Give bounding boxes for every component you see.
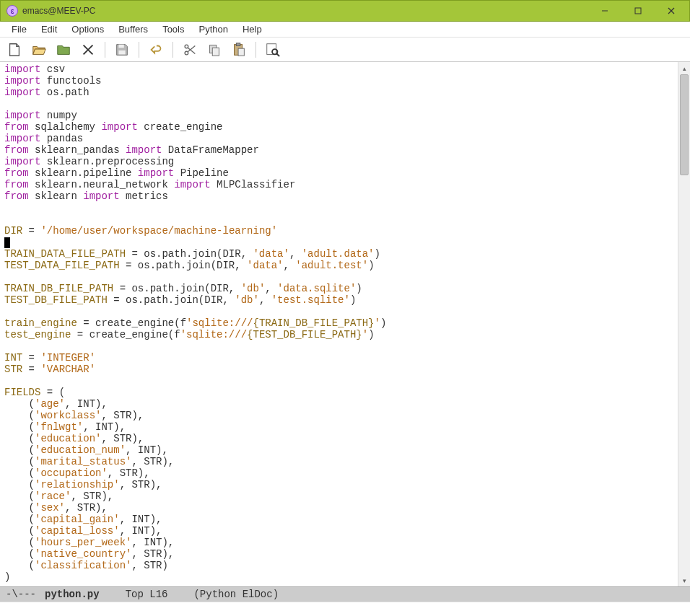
dired-button[interactable] xyxy=(53,40,74,59)
undo-button[interactable] xyxy=(146,40,166,59)
code-text: ( xyxy=(4,444,35,456)
menu-help[interactable]: Help xyxy=(235,22,269,36)
code-text: metrics xyxy=(120,190,168,202)
code-text: DIR xyxy=(4,225,22,237)
code-text: , STR), xyxy=(131,456,174,467)
code-editor[interactable]: import csv import functools import os.pa… xyxy=(0,62,678,586)
code-text: sklearn xyxy=(29,190,84,202)
window-title: emacs@MEEV-PC xyxy=(22,6,588,16)
menu-options[interactable]: Options xyxy=(64,22,111,36)
undo-icon xyxy=(148,42,164,58)
scroll-down-arrow[interactable]: ▾ xyxy=(678,574,690,586)
code-text: DataFrameMapper xyxy=(162,144,258,156)
mode-line[interactable]: -\--- python.py Top L16 (Python ElDoc) xyxy=(0,586,690,602)
modeline-position: Top L16 xyxy=(126,589,168,600)
kill-buffer-button[interactable] xyxy=(78,40,98,59)
code-text: sklearn_pandas xyxy=(29,144,126,156)
code-text: import xyxy=(83,190,119,202)
maximize-button[interactable] xyxy=(621,1,655,21)
code-text: ( xyxy=(4,514,35,525)
code-text: csv xyxy=(40,63,65,75)
code-text: Pipeline xyxy=(174,167,229,179)
copy-button[interactable] xyxy=(204,40,224,59)
toolbar-separator xyxy=(256,42,256,58)
code-text: ' xyxy=(362,329,368,340)
code-text: 'VARCHAR' xyxy=(40,364,95,375)
code-text: 'capital_gain' xyxy=(35,514,120,525)
code-text: import xyxy=(174,179,210,190)
code-text: , xyxy=(284,260,296,271)
code-text: test_engine xyxy=(4,329,71,340)
code-text: 'hours_per_week' xyxy=(35,537,131,548)
paste-button[interactable] xyxy=(229,40,249,59)
code-text: import xyxy=(138,167,174,179)
code-text: 'relationship' xyxy=(35,479,120,490)
search-button[interactable] xyxy=(263,40,283,59)
code-text: 'adult.test' xyxy=(295,260,368,271)
menu-buffers[interactable]: Buffers xyxy=(111,22,155,36)
text-cursor xyxy=(4,237,10,248)
menu-tools[interactable]: Tools xyxy=(155,22,191,36)
cut-button[interactable] xyxy=(180,40,200,59)
code-text: ( xyxy=(4,537,35,548)
scroll-up-arrow[interactable]: ▴ xyxy=(678,62,690,74)
code-text: sklearn.pipeline xyxy=(29,167,138,179)
copy-icon xyxy=(206,42,222,58)
code-text: from xyxy=(4,121,29,133)
code-text: 'sex' xyxy=(35,502,65,514)
toolbar-separator xyxy=(139,42,139,58)
code-text: 'data.sqlite' xyxy=(277,283,356,294)
menu-edit[interactable]: Edit xyxy=(34,22,64,36)
code-text: ( xyxy=(4,490,35,502)
code-text: STR xyxy=(4,364,22,375)
svg-rect-16 xyxy=(238,48,244,56)
code-text: ) xyxy=(368,260,374,271)
code-text: ( xyxy=(4,502,35,514)
new-file-button[interactable] xyxy=(4,40,25,59)
code-text: import xyxy=(4,63,40,75)
save-button[interactable] xyxy=(112,40,132,59)
minimize-icon xyxy=(601,7,608,14)
code-text: ( xyxy=(4,560,35,571)
code-text: = os.path.join(DIR, xyxy=(126,248,253,260)
code-text: FIELDS xyxy=(4,387,40,398)
code-text: create_engine xyxy=(138,121,223,133)
save-icon xyxy=(114,42,130,58)
svg-line-19 xyxy=(277,53,280,56)
code-text: from xyxy=(4,179,29,190)
code-text: from xyxy=(4,190,29,202)
code-text: 'db' xyxy=(235,294,259,306)
code-text: ( xyxy=(4,467,35,479)
close-button[interactable] xyxy=(655,1,688,21)
code-text: , STR), xyxy=(71,490,113,502)
code-text: os.path xyxy=(40,87,89,98)
open-file-button[interactable] xyxy=(29,40,49,59)
minimize-button[interactable] xyxy=(588,1,621,21)
code-text: 'test.sqlite' xyxy=(271,294,350,306)
svg-point-9 xyxy=(185,45,188,48)
svg-rect-6 xyxy=(118,44,123,48)
editor-wrap: import csv import functools import os.pa… xyxy=(0,62,690,586)
code-text: = create_engine(f xyxy=(77,317,186,329)
code-text: ( xyxy=(4,548,35,560)
svg-rect-13 xyxy=(212,48,219,56)
code-text: sklearn.neural_network xyxy=(29,179,175,190)
code-text: train_engine xyxy=(4,317,77,329)
code-text: 'db' xyxy=(241,283,266,294)
code-text: INT xyxy=(4,352,22,364)
code-text: TRAIN_DATA_FILE_PATH xyxy=(4,248,126,260)
toolbar-separator xyxy=(172,42,173,58)
code-text: import xyxy=(4,75,40,87)
code-text: ) xyxy=(375,248,380,260)
code-text: 'capital_loss' xyxy=(35,525,120,537)
minibuffer[interactable] xyxy=(0,602,690,616)
code-text: import xyxy=(4,156,40,167)
code-text: , INT), xyxy=(120,514,162,525)
menu-file[interactable]: File xyxy=(4,22,34,36)
vertical-scrollbar[interactable]: ▴ ▾ xyxy=(678,62,690,586)
code-text: , STR), xyxy=(101,433,144,444)
code-text: import xyxy=(126,144,162,156)
x-icon xyxy=(80,42,96,58)
scroll-thumb[interactable] xyxy=(680,74,689,175)
menu-python[interactable]: Python xyxy=(191,22,235,36)
